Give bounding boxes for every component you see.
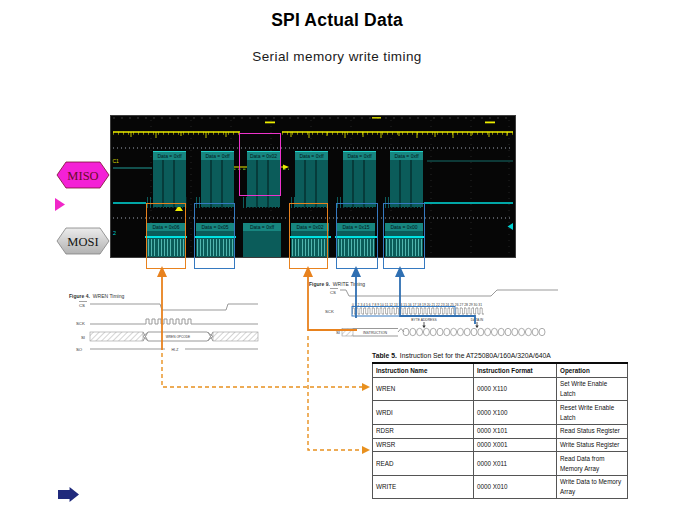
miso-data-value: Data = 0xff	[343, 152, 376, 160]
wren-figure-caption: Figure 4.WREN Timing	[69, 293, 124, 299]
channel2-marker: 2	[113, 230, 116, 236]
wren-so-hiz-label: HI-Z	[172, 348, 180, 352]
write-si-bit-bubbles	[403, 328, 545, 335]
write-si-label: SI	[336, 330, 340, 335]
col-operation: Operation	[557, 363, 628, 377]
instruction-set-table: Table 5.Instruction Set for the AT25080A…	[372, 352, 628, 499]
orange-highlight-box-write	[289, 203, 328, 269]
table-row: WRITE0000 X010Write Data to Memory Array	[373, 475, 628, 499]
miso-data-value: Data = 0xff	[201, 152, 234, 160]
miso-data-block: Data = 0xff	[390, 151, 423, 207]
yellow-tick-top	[372, 117, 381, 119]
cell: 0000 X100	[474, 401, 557, 425]
cell: WRITE	[373, 475, 474, 499]
blue-highlight-box-rdsr	[194, 203, 235, 269]
write-instruction-label: INSTRUCTION	[363, 331, 387, 335]
miso-data-block: Data = 0xff	[343, 151, 376, 207]
miso-data-value: Data = 0xff	[295, 152, 328, 160]
cell: WREN	[373, 377, 474, 401]
miso-data-block: Data = 0xff	[201, 151, 234, 207]
write-clock-numbers: 0 1 2 3 4 5 6 7 8 9 10 11 12 13 14 15 16…	[352, 303, 482, 307]
wren-opcode-label: WREN OPCODE	[166, 335, 190, 339]
wren-timing-figure: Figure 4.WREN Timing CS SCK SI WREN OPCO…	[66, 291, 262, 353]
cell: 0000 X010	[474, 475, 557, 499]
cell: 0000 X011	[474, 452, 557, 476]
miso-data-block: Data = 0xff	[295, 151, 328, 207]
miso-hexagon-label: MISO	[56, 161, 110, 189]
wren-so-label: SO	[76, 347, 83, 352]
write-cs-trace	[340, 290, 558, 296]
cell: WRDI	[373, 401, 474, 425]
wren-cs-trace	[90, 304, 258, 310]
table-row: WRDI0000 X100Reset Write Enable Latch	[373, 401, 628, 425]
byte-address-label: BYTE ADDRESS	[411, 318, 437, 322]
orange-highlight-box-wren	[146, 203, 186, 269]
mosi-hexagon-label: MOSI	[56, 227, 110, 255]
mosi-label: MOSI	[67, 235, 98, 249]
data-in-label: DATA IN	[471, 318, 484, 322]
write-timing-figure: Figure 9.WRITE Timing CS SCK 0 1 2 3 4 5…	[306, 279, 564, 347]
write-cs-label: CS	[330, 290, 336, 295]
byte-address-arrow	[422, 322, 425, 328]
write-figure-caption: Figure 9.WRITE Timing	[309, 281, 365, 287]
mosi-data-block: Data = 0xff	[243, 223, 281, 257]
cell: Set Write Enable Latch	[557, 377, 628, 401]
dashed-arrow-to-wren-row	[162, 353, 370, 391]
cell: Write Status Register	[557, 438, 628, 452]
table-row: READ0000 X011Read Data from Memory Array	[373, 452, 628, 476]
col-instruction-name: Instruction Name	[373, 363, 474, 377]
cell: 0000 X001	[474, 438, 557, 452]
cell: Reset Write Enable Latch	[557, 401, 628, 425]
cell: Read Status Register	[557, 424, 628, 438]
write-sck-trace	[352, 308, 484, 314]
write-sck-label: SCK	[325, 309, 334, 314]
channel-position-arrow	[55, 198, 65, 211]
blue-highlight-box-address	[336, 203, 378, 269]
col-instruction-format: Instruction Format	[474, 363, 557, 377]
nav-next-arrow[interactable]	[58, 487, 79, 502]
table-caption: Table 5.Instruction Set for the AT25080A…	[372, 352, 628, 359]
write-si-dontcare	[342, 329, 353, 337]
slide-canvas: SPI Actual Data Serial memory write timi…	[0, 0, 674, 506]
data-in-arrow	[475, 322, 478, 328]
magenta-highlight-box	[239, 133, 281, 196]
page-subtitle: Serial memory write timing	[0, 49, 674, 64]
cell: 0000 X110	[474, 377, 557, 401]
miso-data-value: Data = 0xff	[390, 152, 423, 160]
cell: WRSR	[373, 438, 474, 452]
miso-data-block: Data = 0xff	[153, 151, 186, 207]
channel1-marker: C1	[113, 158, 120, 164]
cell: Read Data from Memory Array	[557, 452, 628, 476]
page-title: SPI Actual Data	[0, 10, 674, 31]
miso-data-value: Data = 0xff	[153, 152, 186, 160]
mosi-data-value: Data = 0xff	[243, 223, 281, 231]
cell: READ	[373, 452, 474, 476]
yellow-tick-1	[265, 122, 275, 124]
cell: Write Data to Memory Array	[557, 475, 628, 499]
right-edge-marker	[508, 223, 514, 230]
dashed-arrow-to-write-row	[308, 336, 370, 454]
yellow-tick-2	[485, 122, 495, 124]
yellow-cs-trace	[113, 132, 513, 138]
table-header-row: Instruction Name Instruction Format Oper…	[373, 363, 628, 377]
wren-cs-label: CS	[79, 303, 85, 308]
wren-sck-label: SCK	[76, 321, 85, 326]
wren-si-dontcare-right	[213, 332, 258, 341]
blue-highlight-box-data	[383, 203, 425, 269]
wren-si-label: SI	[81, 335, 85, 340]
table-row: RDSR0000 X101Read Status Register	[373, 424, 628, 438]
cell: 0000 X101	[474, 424, 557, 438]
cell: RDSR	[373, 424, 474, 438]
miso-label: MISO	[67, 169, 98, 183]
table-row: WRSR0000 X001Write Status Register	[373, 438, 628, 452]
wren-si-dontcare-left	[90, 332, 143, 341]
wren-sck-trace	[90, 319, 258, 324]
table-row: WREN0000 X110Set Write Enable Latch	[373, 377, 628, 401]
